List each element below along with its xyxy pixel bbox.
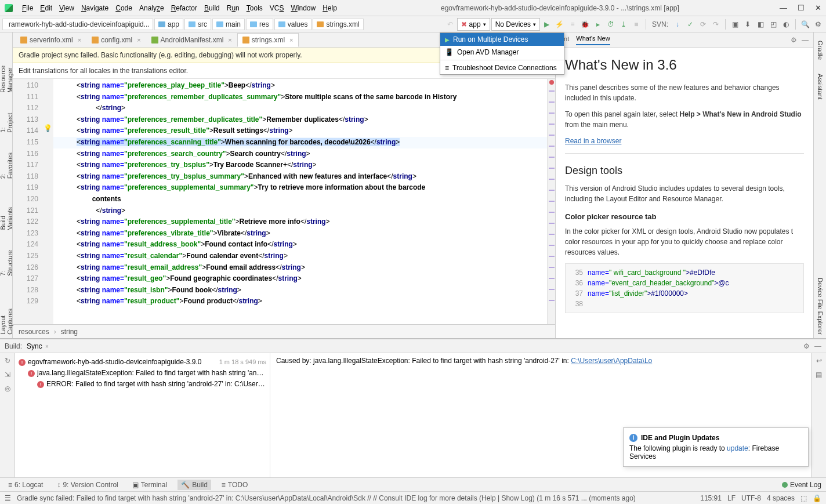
- sdk-icon[interactable]: ⬇: [742, 19, 753, 30]
- close-button[interactable]: ✕: [815, 3, 821, 12]
- tab-structure[interactable]: 7: Structure: [0, 241, 15, 280]
- crumb-file[interactable]: strings.xml: [313, 19, 363, 30]
- crumb-src[interactable]: src: [184, 19, 211, 30]
- target-icon[interactable]: ◎: [5, 385, 10, 393]
- tab-strings[interactable]: strings.xml×: [237, 33, 299, 47]
- crumb-main[interactable]: main: [212, 19, 245, 30]
- code-area[interactable]: <string name="preferences_play_beep_titl…: [53, 79, 547, 324]
- quick-list-icon[interactable]: ☰: [5, 494, 11, 502]
- menu-edit[interactable]: Edit: [37, 4, 56, 12]
- gear-icon[interactable]: ⚙: [791, 36, 797, 44]
- refresh-icon[interactable]: ↻: [5, 357, 10, 365]
- close-icon[interactable]: ×: [137, 37, 140, 43]
- run-multiple-devices[interactable]: ▶Run on Multiple Devices: [440, 33, 564, 46]
- minimize-button[interactable]: —: [780, 3, 787, 12]
- stop-icon[interactable]: ■: [631, 19, 642, 30]
- avd-icon[interactable]: ▣: [729, 19, 741, 30]
- tab-gradle[interactable]: Gradle: [816, 37, 825, 63]
- read-in-browser-link[interactable]: Read in a browser: [565, 137, 621, 145]
- wrap-icon[interactable]: ↩: [816, 357, 822, 365]
- troubleshoot-connections[interactable]: ≡Troubleshoot Device Connections: [440, 61, 564, 74]
- tab-favorites[interactable]: 2: Favorites: [0, 143, 15, 182]
- menu-run[interactable]: Run: [223, 4, 243, 12]
- apply-changes-icon[interactable]: ⚡: [554, 19, 566, 30]
- list-icon: ≡: [445, 64, 449, 72]
- menu-window[interactable]: Window: [287, 4, 319, 12]
- tab-build[interactable]: 🔨 Build: [177, 480, 211, 490]
- expand-icon[interactable]: ⇲: [5, 371, 10, 379]
- svn-history-icon[interactable]: ⟳: [697, 19, 709, 30]
- minimize-panel-icon[interactable]: —: [814, 342, 821, 350]
- tab-version-control[interactable]: ↕ 9: Version Control: [53, 480, 121, 490]
- tab-assistant[interactable]: Assistant: [816, 70, 825, 103]
- menu-analyze[interactable]: Analyze: [136, 4, 168, 12]
- debug-icon[interactable]: 🐞: [579, 19, 591, 30]
- sync-tab[interactable]: Sync ×: [27, 342, 49, 350]
- coverage-icon[interactable]: ▸: [592, 19, 604, 30]
- settings-icon[interactable]: ⚙: [812, 19, 824, 30]
- crumb-root[interactable]: ramework-hyb-add-studio-deviceinfoapigui…: [2, 19, 153, 30]
- tab-manifest[interactable]: AndroidManifest.xml×: [146, 33, 237, 47]
- run-icon[interactable]: ▶: [541, 19, 553, 30]
- crumb-res[interactable]: res: [246, 19, 273, 30]
- indent[interactable]: 4 spaces: [767, 494, 795, 502]
- console-path-link[interactable]: C:\Users\user\AppData\Lo: [571, 357, 652, 365]
- tab-project[interactable]: 1: Project: [0, 103, 15, 136]
- gear-icon[interactable]: ⚙: [803, 342, 810, 350]
- tab-config[interactable]: config.xml×: [86, 33, 146, 47]
- menu-navigate[interactable]: Navigate: [78, 4, 112, 12]
- menu-tools[interactable]: Tools: [243, 4, 266, 12]
- menu-view[interactable]: View: [56, 4, 78, 12]
- tab-logcat[interactable]: ≡ 6: Logcat: [5, 480, 46, 490]
- line-ending[interactable]: LF: [727, 494, 736, 502]
- assistant-tab-whatsnew[interactable]: What's New: [576, 35, 610, 45]
- menu-refactor[interactable]: Refactor: [168, 4, 201, 12]
- tab-todo[interactable]: ≡ TODO: [218, 480, 251, 490]
- scroll-icon[interactable]: ▤: [816, 371, 822, 379]
- crumb-app[interactable]: app: [154, 19, 183, 30]
- caret-position[interactable]: 115:91: [700, 494, 722, 502]
- svn-revert-icon[interactable]: ↷: [710, 19, 722, 30]
- device-dropdown[interactable]: No Devices ▾: [491, 18, 540, 31]
- tab-serverinfo[interactable]: serverinfo.xml×: [15, 33, 86, 47]
- update-link[interactable]: update: [727, 444, 748, 452]
- tab-build-variants[interactable]: Build Variants: [0, 189, 15, 234]
- tab-resource-manager[interactable]: Resource Manager: [0, 37, 15, 96]
- theme-icon[interactable]: ◐: [780, 19, 792, 30]
- crumb-string[interactable]: string: [61, 328, 78, 336]
- tab-device-explorer[interactable]: Device File Explorer: [816, 274, 825, 338]
- run-config-dropdown[interactable]: ✖ app ▾: [457, 18, 490, 31]
- tab-terminal[interactable]: ▣ Terminal: [129, 480, 171, 490]
- menu-code[interactable]: Code: [112, 4, 136, 12]
- maximize-button[interactable]: ☐: [798, 3, 805, 12]
- tab-layout-captures[interactable]: Layout Captures: [0, 286, 15, 338]
- event-log-button[interactable]: Event Log: [782, 481, 821, 489]
- search-icon[interactable]: 🔍: [799, 19, 811, 30]
- close-icon[interactable]: ×: [78, 37, 81, 43]
- svn-update-icon[interactable]: ↓: [672, 19, 683, 30]
- crumb-values[interactable]: values: [274, 19, 312, 30]
- menu-vcs[interactable]: VCS: [266, 4, 288, 12]
- back-icon[interactable]: ↶: [444, 19, 456, 30]
- app-icon: [5, 4, 13, 12]
- menu-build[interactable]: Build: [201, 4, 223, 12]
- lock-icon[interactable]: 🔒: [813, 494, 821, 502]
- encoding[interactable]: UTF-8: [741, 494, 761, 502]
- apply-code-icon[interactable]: ≡: [567, 19, 578, 30]
- close-icon[interactable]: ×: [228, 37, 231, 43]
- minimize-panel-icon[interactable]: —: [802, 36, 809, 44]
- layout-icon[interactable]: ◰: [767, 19, 779, 30]
- menu-file[interactable]: File: [19, 4, 37, 12]
- svn-commit-icon[interactable]: ✓: [684, 19, 696, 30]
- menu-help[interactable]: Help: [319, 4, 340, 12]
- open-avd-manager[interactable]: 📱Open AVD Manager: [440, 46, 564, 59]
- code-editor[interactable]: 1101111121131141151161171181191201211221…: [13, 79, 555, 324]
- crumb-resources[interactable]: resources: [19, 328, 49, 336]
- context-icon[interactable]: ⬚: [800, 494, 807, 502]
- res-mgr-icon[interactable]: ◧: [755, 19, 766, 30]
- attach-icon[interactable]: ⤓: [618, 19, 629, 30]
- error-indicator-icon[interactable]: [549, 80, 554, 85]
- close-icon[interactable]: ×: [289, 37, 293, 43]
- close-icon[interactable]: ×: [45, 343, 49, 350]
- profiler-icon[interactable]: ⏱: [605, 19, 617, 30]
